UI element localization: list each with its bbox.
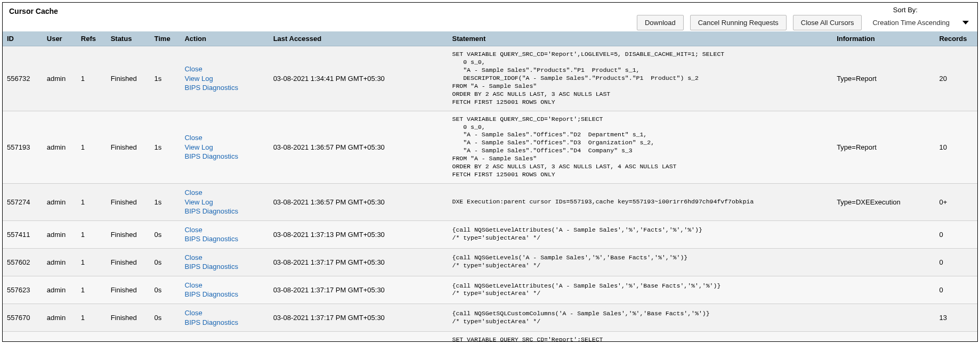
cancel-running-requests-button[interactable]: Cancel Running Requests bbox=[690, 15, 787, 30]
cell-id: 556732 bbox=[3, 46, 43, 111]
cell-refs: 1 bbox=[77, 184, 107, 221]
cell-information bbox=[832, 248, 935, 276]
col-last[interactable]: Last Accessed bbox=[269, 31, 448, 46]
col-status[interactable]: Status bbox=[107, 31, 150, 46]
cell-refs: 1 bbox=[77, 111, 107, 184]
cell-id: 557602 bbox=[3, 248, 43, 276]
cell-id: 557411 bbox=[3, 220, 43, 248]
cell-id: 557193 bbox=[3, 111, 43, 184]
cell-refs: 1 bbox=[77, 304, 107, 331]
cell-statement: DXE Execution:parent cursor IDs=557193,c… bbox=[448, 184, 833, 221]
bips-diagnostics-link[interactable]: BIPS Diagnostics bbox=[184, 234, 264, 244]
cell-time bbox=[150, 332, 181, 342]
bips-diagnostics-link[interactable]: BIPS Diagnostics bbox=[184, 152, 264, 161]
cell-id: 557274 bbox=[3, 184, 43, 221]
cell-status: Finished bbox=[107, 111, 150, 184]
cell-records bbox=[935, 332, 977, 342]
cell-statement: {call NQSGetLevels('A - Sample Sales','%… bbox=[448, 248, 833, 276]
col-info[interactable]: Information bbox=[832, 31, 935, 46]
close-link[interactable]: Close bbox=[184, 253, 264, 263]
cell-user: admin bbox=[43, 220, 77, 248]
cell-records: 10 bbox=[935, 111, 977, 184]
cell-last-accessed: 03-08-2021 1:36:57 PM GMT+05:30 bbox=[269, 184, 448, 221]
download-button[interactable]: Download bbox=[637, 15, 684, 30]
cell-user: admin bbox=[43, 276, 77, 304]
cell-time: 0s bbox=[150, 220, 181, 248]
cell-information bbox=[832, 220, 935, 248]
cell-user: admin bbox=[43, 184, 77, 221]
view-log-link[interactable]: View Log bbox=[184, 143, 264, 152]
table-row: 557193admin1Finished1sCloseView LogBIPS … bbox=[3, 111, 977, 184]
cell-user bbox=[43, 332, 77, 342]
cell-last-accessed: 03-08-2021 1:36:57 PM GMT+05:30 bbox=[269, 111, 448, 184]
table-row: 557623admin1Finished0sCloseBIPS Diagnost… bbox=[3, 276, 977, 304]
cell-statement: {call NQSGetLevelAttributes('A - Sample … bbox=[448, 220, 833, 248]
cell-status: Finished bbox=[107, 184, 150, 221]
cell-actions: CloseView LogBIPS Diagnostics bbox=[180, 184, 269, 221]
bips-diagnostics-link[interactable]: BIPS Diagnostics bbox=[184, 83, 264, 93]
cell-records: 0 bbox=[935, 220, 977, 248]
cell-last-accessed: 03-08-2021 1:37:17 PM GMT+05:30 bbox=[269, 276, 448, 304]
cell-last-accessed: 03-08-2021 1:37:13 PM GMT+05:30 bbox=[269, 220, 448, 248]
bips-diagnostics-link[interactable]: BIPS Diagnostics bbox=[184, 262, 264, 272]
col-time[interactable]: Time bbox=[150, 31, 181, 46]
col-records[interactable]: Records bbox=[935, 31, 977, 46]
cell-actions: CloseView LogBIPS Diagnostics bbox=[180, 46, 269, 111]
col-id[interactable]: ID bbox=[3, 31, 43, 46]
sort-by-select[interactable]: Creation Time Ascending bbox=[868, 19, 971, 27]
cell-records: 0+ bbox=[935, 184, 977, 221]
cell-actions: CloseBIPS Diagnostics bbox=[180, 276, 269, 304]
table-row: 557411admin1Finished0sCloseBIPS Diagnost… bbox=[3, 220, 977, 248]
view-log-link[interactable]: View Log bbox=[184, 198, 264, 207]
cell-time: 0s bbox=[150, 276, 181, 304]
bips-diagnostics-link[interactable]: BIPS Diagnostics bbox=[184, 290, 264, 299]
table-row: 557602admin1Finished0sCloseBIPS Diagnost… bbox=[3, 248, 977, 276]
header-row: ID User Refs Status Time Action Last Acc… bbox=[3, 31, 977, 46]
cell-user: admin bbox=[43, 111, 77, 184]
cell-information: Type=Report bbox=[832, 46, 935, 111]
cell-actions: CloseBIPS Diagnostics bbox=[180, 304, 269, 331]
cell-refs: 1 bbox=[77, 276, 107, 304]
cell-status: Finished bbox=[107, 304, 150, 331]
cell-refs: 1 bbox=[77, 46, 107, 111]
table-row: SET VARIABLE QUERY_SRC_CD='Report';SELEC… bbox=[3, 332, 977, 342]
cell-status: Finished bbox=[107, 220, 150, 248]
cell-time: 1s bbox=[150, 46, 181, 111]
close-link[interactable]: Close bbox=[184, 188, 264, 198]
cell-refs: 1 bbox=[77, 248, 107, 276]
close-link[interactable]: Close bbox=[184, 308, 264, 318]
close-link[interactable]: Close bbox=[184, 225, 264, 235]
cell-information: Type=Report bbox=[832, 111, 935, 184]
bips-diagnostics-link[interactable]: BIPS Diagnostics bbox=[184, 207, 264, 216]
close-all-cursors-button[interactable]: Close All Cursors bbox=[793, 15, 862, 30]
dropdown-icon bbox=[962, 21, 969, 24]
col-action[interactable]: Action bbox=[180, 31, 269, 46]
cell-time: 0s bbox=[150, 304, 181, 331]
close-link[interactable]: Close bbox=[184, 133, 264, 143]
cell-user: admin bbox=[43, 248, 77, 276]
sort-by-value: Creation Time Ascending bbox=[872, 19, 950, 27]
col-user[interactable]: User bbox=[43, 31, 77, 46]
cell-information bbox=[832, 276, 935, 304]
cell-last-accessed: 03-08-2021 1:34:41 PM GMT+05:30 bbox=[269, 46, 448, 111]
cell-user: admin bbox=[43, 46, 77, 111]
button-row: Download Cancel Running Requests Close A… bbox=[637, 15, 971, 30]
cell-information: Type=DXEExecution bbox=[832, 184, 935, 221]
close-link[interactable]: Close bbox=[184, 64, 264, 74]
col-refs[interactable]: Refs bbox=[77, 31, 107, 46]
close-link[interactable]: Close bbox=[184, 281, 264, 290]
cursor-cache-panel: Cursor Cache Sort By: Download Cancel Ru… bbox=[2, 2, 978, 342]
view-log-link[interactable]: View Log bbox=[184, 74, 264, 84]
cell-time: 1s bbox=[150, 111, 181, 184]
top-bar: Cursor Cache Sort By: Download Cancel Ru… bbox=[3, 3, 977, 31]
col-statement[interactable]: Statement bbox=[448, 31, 833, 46]
cell-last-accessed bbox=[269, 332, 448, 342]
cell-statement: SET VARIABLE QUERY_SRC_CD='Report';SELEC… bbox=[448, 111, 833, 184]
cell-records: 0 bbox=[935, 276, 977, 304]
cell-actions: CloseBIPS Diagnostics bbox=[180, 248, 269, 276]
cell-statement: SET VARIABLE QUERY_SRC_CD='Report',LOGLE… bbox=[448, 46, 833, 111]
bips-diagnostics-link[interactable]: BIPS Diagnostics bbox=[184, 318, 264, 327]
cell-status bbox=[107, 332, 150, 342]
cell-time: 0s bbox=[150, 248, 181, 276]
cell-id: 557623 bbox=[3, 276, 43, 304]
